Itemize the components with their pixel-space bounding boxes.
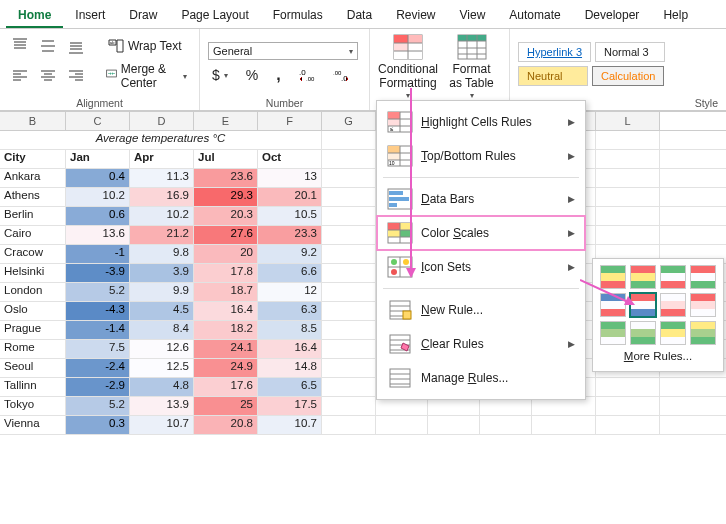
cf-menu-highlight-cells-rules[interactable]: ≤ Highlight Cells Rules ▶ xyxy=(377,105,585,139)
cell[interactable]: -4.3 xyxy=(66,302,130,320)
tab-page-layout[interactable]: Page Layout xyxy=(169,4,260,28)
cell[interactable]: Helsinki xyxy=(0,264,66,282)
col-header-G[interactable]: G xyxy=(322,112,376,130)
cell[interactable]: Athens xyxy=(0,188,66,206)
cell[interactable] xyxy=(322,150,376,168)
col-header-F[interactable]: F xyxy=(258,112,322,130)
cell[interactable]: 12.5 xyxy=(130,359,194,377)
cell[interactable] xyxy=(596,416,660,434)
cell[interactable]: 10.2 xyxy=(66,188,130,206)
tab-draw[interactable]: Draw xyxy=(117,4,169,28)
cell[interactable]: 11.3 xyxy=(130,169,194,187)
color-scale-option[interactable] xyxy=(630,265,656,289)
cell[interactable] xyxy=(322,245,376,263)
cell-style-neutral[interactable]: Neutral xyxy=(518,66,588,86)
tab-review[interactable]: Review xyxy=(384,4,447,28)
cell[interactable]: 16.4 xyxy=(194,302,258,320)
cell[interactable]: London xyxy=(0,283,66,301)
cell[interactable]: 9.2 xyxy=(258,245,322,263)
cell[interactable]: 4.5 xyxy=(130,302,194,320)
cf-menu-data-bars[interactable]: Data Bars ▶ xyxy=(377,182,585,216)
cell[interactable]: 0.3 xyxy=(66,416,130,434)
cell[interactable]: Berlin xyxy=(0,207,66,225)
cell[interactable] xyxy=(532,416,596,434)
tab-automate[interactable]: Automate xyxy=(497,4,572,28)
color-scale-option[interactable] xyxy=(690,293,716,317)
tab-help[interactable]: Help xyxy=(651,4,700,28)
cell[interactable] xyxy=(376,416,428,434)
number-format-dropdown[interactable]: General ▾ xyxy=(208,42,358,60)
cell[interactable] xyxy=(322,169,376,187)
cell[interactable] xyxy=(322,378,376,396)
cell[interactable]: 23.3 xyxy=(258,226,322,244)
cell[interactable]: 6.3 xyxy=(258,302,322,320)
tab-data[interactable]: Data xyxy=(335,4,384,28)
cell[interactable]: Seoul xyxy=(0,359,66,377)
cell[interactable]: 0.4 xyxy=(66,169,130,187)
col-header-B[interactable]: B xyxy=(0,112,66,130)
cell[interactable]: 17.8 xyxy=(194,264,258,282)
cell[interactable]: Apr xyxy=(130,150,194,168)
cell[interactable]: Jan xyxy=(66,150,130,168)
cell[interactable]: 12.6 xyxy=(130,340,194,358)
cell[interactable] xyxy=(322,340,376,358)
cell[interactable]: 16.9 xyxy=(130,188,194,206)
cell[interactable] xyxy=(596,397,660,415)
cf-menu-color-scales[interactable]: Color Scales ▶ xyxy=(377,216,585,250)
cell[interactable]: 17.6 xyxy=(194,378,258,396)
cell[interactable] xyxy=(322,302,376,320)
cell[interactable]: City xyxy=(0,150,66,168)
cell[interactable]: 6.5 xyxy=(258,378,322,396)
cell[interactable]: 16.4 xyxy=(258,340,322,358)
cell[interactable] xyxy=(596,188,660,206)
cf-menu-top-bottom-rules[interactable]: 10 Top/Bottom Rules ▶ xyxy=(377,139,585,173)
cell[interactable]: 20 xyxy=(194,245,258,263)
color-scale-option[interactable] xyxy=(660,293,686,317)
cell[interactable]: 23.6 xyxy=(194,169,258,187)
cell[interactable] xyxy=(428,416,480,434)
align-left-button[interactable] xyxy=(8,66,32,86)
cell[interactable] xyxy=(596,131,660,149)
tab-formulas[interactable]: Formulas xyxy=(261,4,335,28)
cell[interactable] xyxy=(322,131,376,149)
align-center-button[interactable] xyxy=(36,66,60,86)
cell[interactable]: 12 xyxy=(258,283,322,301)
cell[interactable]: 5.2 xyxy=(66,283,130,301)
cell[interactable] xyxy=(322,416,376,434)
format-as-table-button[interactable]: Format as Table ▾ xyxy=(442,31,501,102)
cell-style-hyperlink[interactable]: Hyperlink 3 xyxy=(518,42,591,62)
cell[interactable]: 18.7 xyxy=(194,283,258,301)
cell[interactable]: 0.6 xyxy=(66,207,130,225)
tab-home[interactable]: Home xyxy=(6,4,63,28)
cell[interactable] xyxy=(322,188,376,206)
cell[interactable]: 25 xyxy=(194,397,258,415)
increase-decimal-button[interactable]: .0.00 xyxy=(295,65,319,85)
col-header-D[interactable]: D xyxy=(130,112,194,130)
tab-view[interactable]: View xyxy=(448,4,498,28)
cell[interactable]: Tallinn xyxy=(0,378,66,396)
tab-developer[interactable]: Developer xyxy=(573,4,652,28)
cell[interactable] xyxy=(322,226,376,244)
cell[interactable] xyxy=(322,207,376,225)
percent-button[interactable]: % xyxy=(242,65,262,85)
color-scale-option[interactable] xyxy=(690,321,716,345)
cf-menu-manage-rules[interactable]: Manage Rules... xyxy=(377,361,585,395)
cell[interactable]: Vienna xyxy=(0,416,66,434)
cell[interactable] xyxy=(596,207,660,225)
cell[interactable]: 13 xyxy=(258,169,322,187)
cell[interactable]: 24.1 xyxy=(194,340,258,358)
cell[interactable] xyxy=(596,169,660,187)
cell[interactable] xyxy=(322,264,376,282)
cell[interactable] xyxy=(322,283,376,301)
cell[interactable]: 20.1 xyxy=(258,188,322,206)
cell[interactable]: 4.8 xyxy=(130,378,194,396)
cell[interactable] xyxy=(596,226,660,244)
cell[interactable]: 10.7 xyxy=(130,416,194,434)
cell[interactable]: 6.6 xyxy=(258,264,322,282)
cell[interactable] xyxy=(322,321,376,339)
cell[interactable]: 8.5 xyxy=(258,321,322,339)
cf-menu-clear-rules[interactable]: Clear Rules ▶ xyxy=(377,327,585,361)
cell[interactable]: 14.8 xyxy=(258,359,322,377)
cell[interactable]: 17.5 xyxy=(258,397,322,415)
cell[interactable]: -1.4 xyxy=(66,321,130,339)
